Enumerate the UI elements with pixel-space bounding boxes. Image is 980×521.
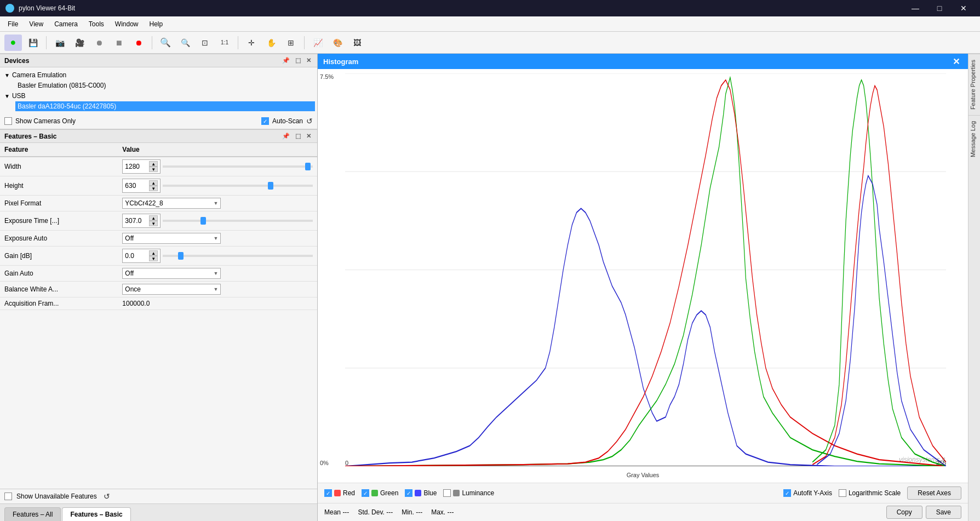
basler-emulation-item[interactable]: Basler Emulation (0815-C000)	[2, 81, 315, 90]
max-label: Max.	[431, 508, 445, 516]
features-refresh-icon[interactable]: ↺	[104, 492, 110, 501]
grid-button[interactable]: ⊞	[282, 35, 300, 51]
logscale-checkbox[interactable]	[839, 489, 846, 497]
spin-buttons[interactable]: ▲ ▼	[149, 180, 158, 191]
show-cameras-label[interactable]: Show Cameras Only	[4, 117, 76, 125]
dropdown-value[interactable]: Off ▼	[122, 268, 221, 279]
feature-value-cell[interactable]: 100000.0	[118, 297, 317, 310]
camera-emulation-group[interactable]: ▼ Camera Emulation	[2, 70, 315, 81]
bottom-tab-features-–-all[interactable]: Features – All	[4, 507, 61, 521]
value-input[interactable]: 630 ▲ ▼	[122, 179, 161, 193]
feature-value-cell[interactable]: YCbCr422_8 ▼	[118, 196, 317, 211]
value-input[interactable]: 307.0 ▲ ▼	[122, 214, 161, 228]
devices-pin-btn[interactable]: 📌	[280, 56, 291, 65]
feature-properties-tab[interactable]: Feature Properties	[968, 54, 980, 115]
show-cameras-checkbox[interactable]	[4, 117, 12, 125]
spin-up[interactable]: ▲	[149, 180, 158, 186]
message-log-tab[interactable]: Message Log	[968, 115, 980, 163]
features-pin-btn[interactable]: 📌	[280, 132, 291, 140]
maximize-button[interactable]: □	[929, 0, 950, 16]
red-channel-cb[interactable]: ✓ Red	[324, 489, 355, 497]
features-close-btn[interactable]: ✕	[305, 132, 313, 140]
slider-thumb[interactable]	[305, 163, 311, 170]
menu-item-file[interactable]: File	[2, 18, 24, 30]
show-unavailable-checkbox[interactable]	[4, 493, 12, 500]
save-button[interactable]: Save	[926, 506, 961, 519]
autofit-checkbox[interactable]: ✓	[783, 489, 791, 497]
zoom-100-button[interactable]: 1:1	[216, 35, 233, 51]
chart-button[interactable]: 📈	[309, 35, 326, 51]
spin-down[interactable]: ▼	[149, 221, 158, 226]
autofit-cb[interactable]: ✓ Autofit Y-Axis	[783, 489, 832, 497]
autoscan-checkbox[interactable]: ✓	[261, 117, 269, 125]
spin-buttons[interactable]: ▲ ▼	[149, 161, 158, 172]
menu-item-help[interactable]: Help	[144, 18, 169, 30]
spin-buttons[interactable]: ▲ ▼	[149, 250, 158, 261]
blue-channel-cb[interactable]: ✓ Blue	[405, 489, 437, 497]
save-button[interactable]: 💾	[24, 35, 42, 51]
close-button[interactable]: ✕	[953, 0, 975, 16]
spin-up[interactable]: ▲	[149, 250, 158, 256]
image-button[interactable]: 🖼	[348, 35, 366, 51]
red-checkbox[interactable]: ✓	[324, 489, 332, 497]
spin-up[interactable]: ▲	[149, 161, 158, 167]
basler-daa-item[interactable]: Basler daA1280-54uc (22427805)	[2, 101, 315, 111]
spin-buttons[interactable]: ▲ ▼	[149, 215, 158, 226]
cross-button[interactable]: ✛	[243, 35, 260, 51]
feature-value-cell[interactable]: 0.0 ▲ ▼	[118, 247, 317, 266]
dropdown-value[interactable]: YCbCr422_8 ▼	[122, 198, 221, 209]
record-button[interactable]: ⏺	[90, 35, 108, 51]
zoom-out-button[interactable]: 🔍	[176, 35, 194, 51]
feature-value-cell[interactable]: 1280 ▲ ▼	[118, 157, 317, 176]
menu-item-tools[interactable]: Tools	[83, 18, 110, 30]
slider-thumb[interactable]	[178, 252, 184, 260]
stop-button[interactable]: ⏹	[110, 35, 128, 51]
value-input[interactable]: 1280 ▲ ▼	[122, 159, 161, 174]
slider-thumb[interactable]	[268, 182, 273, 190]
green-channel-cb[interactable]: ✓ Green	[362, 489, 398, 497]
value-input[interactable]: 0.0 ▲ ▼	[122, 249, 161, 263]
refresh-icon[interactable]: ↺	[306, 117, 313, 125]
slider-track[interactable]	[163, 165, 313, 168]
copy-button[interactable]: Copy	[886, 506, 922, 519]
slider-track[interactable]	[163, 185, 313, 187]
slider-thumb[interactable]	[200, 217, 206, 225]
minimize-button[interactable]: —	[904, 0, 926, 16]
slider-track[interactable]	[163, 220, 313, 222]
palette-button[interactable]: 🎨	[329, 35, 346, 51]
bottom-tab-features-–-basic[interactable]: Features – Basic	[62, 507, 130, 521]
spin-down[interactable]: ▼	[149, 186, 158, 191]
features-undock-btn[interactable]: ⬚	[294, 132, 302, 140]
menu-item-view[interactable]: View	[24, 18, 49, 30]
zoom-fit-button[interactable]: ⊡	[196, 35, 214, 51]
blue-checkbox[interactable]: ✓	[405, 489, 412, 497]
feature-value-cell[interactable]: Off ▼	[118, 231, 317, 247]
slider-track[interactable]	[163, 255, 313, 257]
luminance-checkbox[interactable]	[443, 489, 451, 497]
record-green-button[interactable]: ●	[4, 35, 22, 51]
camera-video-button[interactable]: 🎥	[71, 35, 88, 51]
usb-group[interactable]: ▼ USB	[2, 90, 315, 101]
devices-undock-btn[interactable]: ⬚	[294, 56, 302, 65]
record-red-button[interactable]: ⏺	[130, 35, 147, 51]
devices-close-btn[interactable]: ✕	[305, 56, 313, 65]
dropdown-value[interactable]: Once ▼	[122, 284, 221, 295]
feature-value-cell[interactable]: 307.0 ▲ ▼	[118, 211, 317, 231]
logscale-cb[interactable]: Logarithmic Scale	[839, 489, 901, 497]
menu-item-window[interactable]: Window	[110, 18, 144, 30]
histogram-close-button[interactable]: ✕	[949, 55, 962, 68]
reset-axes-button[interactable]: Reset Axes	[907, 486, 961, 500]
zoom-in-button[interactable]: 🔍	[157, 35, 174, 51]
feature-value-cell[interactable]: Once ▼	[118, 282, 317, 297]
feature-value-cell[interactable]: 630 ▲ ▼	[118, 176, 317, 196]
green-checkbox[interactable]: ✓	[362, 489, 369, 497]
spin-down[interactable]: ▼	[149, 256, 158, 261]
dropdown-value[interactable]: Off ▼	[122, 233, 221, 244]
menu-item-camera[interactable]: Camera	[49, 18, 83, 30]
feature-value-cell[interactable]: Off ▼	[118, 266, 317, 282]
spin-up[interactable]: ▲	[149, 215, 158, 221]
luminance-channel-cb[interactable]: Luminance	[443, 489, 494, 497]
camera-photo-button[interactable]: 📷	[51, 35, 68, 51]
hand-button[interactable]: ✋	[262, 35, 280, 51]
spin-down[interactable]: ▼	[149, 167, 158, 172]
